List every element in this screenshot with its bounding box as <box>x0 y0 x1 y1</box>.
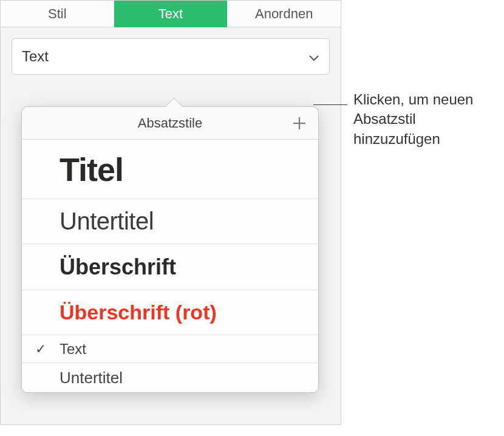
dropdown-value: Text <box>22 48 49 65</box>
style-item-text[interactable]: ✓ Text <box>22 335 318 363</box>
paragraph-style-dropdown[interactable]: Text <box>12 38 330 75</box>
style-list: Titel Untertitel Überschrift Überschrift… <box>22 140 318 392</box>
popover-header: Absatzstile <box>22 107 318 140</box>
tab-anordnen[interactable]: Anordnen <box>227 1 341 27</box>
style-label: Text <box>60 341 86 358</box>
check-icon: ✓ <box>35 341 46 357</box>
content-area: Text Absatzstile Titel <box>1 27 341 424</box>
style-label: Titel <box>60 151 123 188</box>
style-label: Untertitel <box>60 369 123 387</box>
style-item-ueberschrift-rot[interactable]: Überschrift (rot) <box>22 290 318 335</box>
chevron-down-icon <box>308 48 319 65</box>
style-label: Überschrift <box>60 254 176 280</box>
paragraph-styles-popover: Absatzstile Titel Untertitel Überschrift <box>21 106 319 393</box>
plus-icon <box>291 115 307 131</box>
style-item-untertitel-small[interactable]: Untertitel <box>22 363 318 392</box>
callout-text: Klicken, um neuen Absatzstil hinzuzufüge… <box>353 90 499 149</box>
style-item-titel[interactable]: Titel <box>22 140 318 199</box>
tab-anordnen-label: Anordnen <box>255 6 313 22</box>
tab-stil[interactable]: Stil <box>1 1 114 27</box>
callout-leader-line <box>313 104 347 105</box>
tab-stil-label: Stil <box>48 6 67 22</box>
style-label: Untertitel <box>60 208 154 235</box>
popover-title: Absatzstile <box>138 115 202 131</box>
style-item-ueberschrift[interactable]: Überschrift <box>22 244 318 290</box>
tab-bar: Stil Text Anordnen <box>1 1 341 27</box>
tab-text-label: Text <box>158 6 183 22</box>
tab-text[interactable]: Text <box>114 1 228 27</box>
style-item-untertitel[interactable]: Untertitel <box>22 199 318 244</box>
inspector-panel: Stil Text Anordnen Text Absatzstile <box>0 0 341 425</box>
add-style-button[interactable] <box>290 114 308 132</box>
style-label: Überschrift (rot) <box>60 301 217 324</box>
